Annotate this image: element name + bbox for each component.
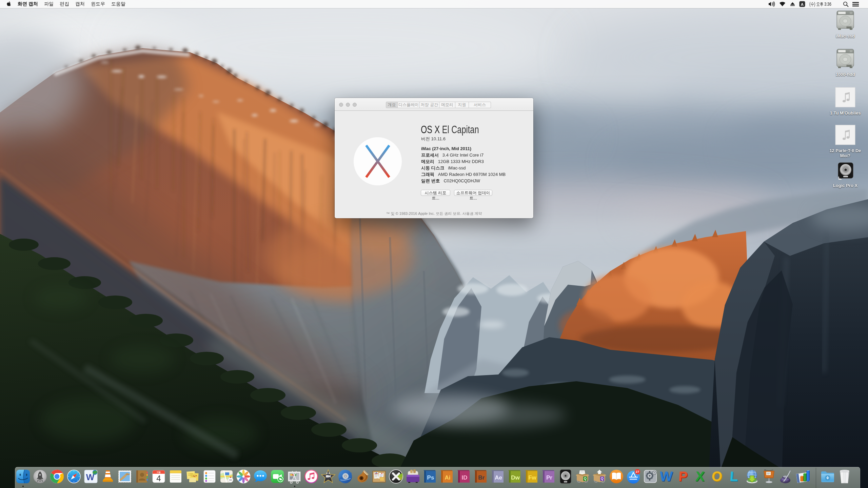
svg-text:3월: 3월 (157, 471, 161, 474)
svg-text:Ai: Ai (445, 474, 451, 481)
svg-text:Ae: Ae (495, 474, 502, 481)
svg-text:Q: Q (584, 477, 587, 481)
svg-text:X: X (695, 469, 705, 484)
svg-text:O: O (711, 469, 723, 484)
svg-text:ID: ID (462, 474, 468, 481)
svg-text:Dw: Dw (511, 474, 520, 481)
svg-text:A: A (801, 2, 804, 6)
svg-text:W: W (660, 469, 673, 484)
svg-text:L: L (729, 469, 738, 484)
svg-text:P: P (678, 469, 688, 484)
svg-text:Q: Q (601, 477, 604, 481)
svg-text:Pr: Pr (546, 474, 552, 481)
svg-text:3D: 3D (229, 479, 232, 481)
svg-text:27: 27 (636, 470, 639, 473)
svg-text:Ps: Ps (427, 474, 434, 481)
svg-text:Fw: Fw (528, 474, 536, 481)
svg-text:4: 4 (156, 474, 161, 483)
svg-text:Br: Br (478, 474, 485, 481)
